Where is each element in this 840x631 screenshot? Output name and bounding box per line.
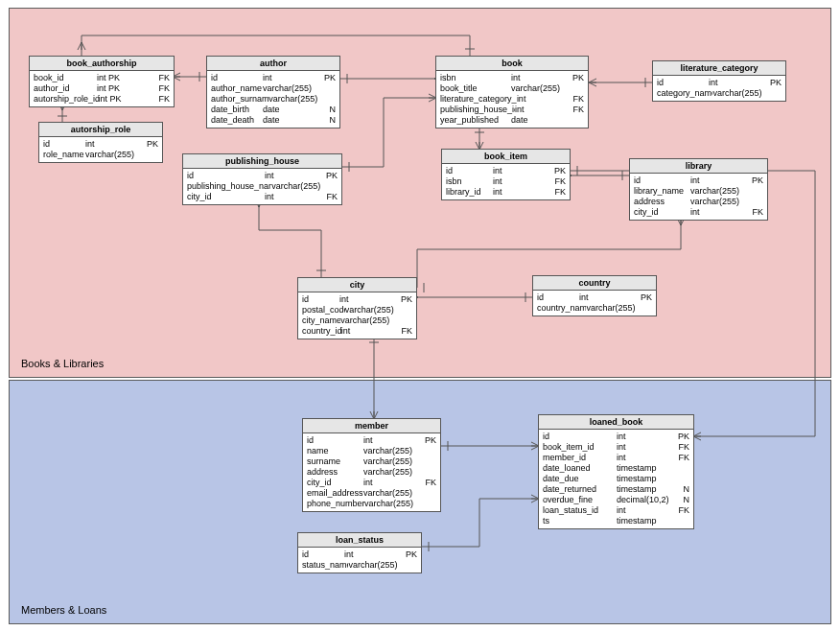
column-row: city_idintFK — [183, 192, 341, 202]
column-row: phone_numbervarchar(255) — [303, 499, 440, 509]
column-row: book_item_idintFK — [539, 442, 693, 453]
entity-title: autorship_role — [39, 123, 162, 137]
column-row: member_idintFK — [539, 453, 693, 463]
entity-title: library — [630, 159, 767, 174]
column-row: publishing_house_idintFK — [436, 105, 588, 115]
entity-title: book_authorship — [30, 57, 174, 71]
column-row: publishing_house_namevarchar(255) — [183, 181, 341, 192]
column-row: library_idintFK — [442, 187, 570, 198]
entity-title: book_item — [442, 150, 570, 164]
column-row: date_loanedtimestamp — [539, 463, 693, 474]
column-row: role_namevarchar(255) — [39, 150, 162, 160]
entity-body: isbnintPK book_titlevarchar(255) literat… — [436, 71, 588, 128]
column-row: namevarchar(255) — [303, 446, 440, 456]
entity-body: idintPK postal_codevarchar(255) city_nam… — [298, 292, 416, 339]
entity-literature-category[interactable]: literature_category idintPK category_nam… — [652, 60, 786, 102]
entity-member[interactable]: member idintPK namevarchar(255) surnamev… — [302, 418, 441, 512]
entity-title: city — [298, 278, 416, 292]
column-row: postal_codevarchar(255) — [298, 305, 416, 316]
column-row: isbnintFK — [442, 176, 570, 187]
entity-publishing-house[interactable]: publishing_house idintPK publishing_hous… — [182, 153, 342, 205]
entity-title: loaned_book — [539, 415, 693, 430]
column-row: date_birthdateN — [207, 105, 339, 115]
column-row: author_idint PKFK — [30, 83, 174, 94]
column-row: author_namevarchar(255) — [207, 83, 339, 94]
entity-book-item[interactable]: book_item idintPK isbnintFK library_idin… — [441, 149, 571, 200]
region-label: Books & Libraries — [21, 358, 104, 369]
entity-body: idintPK role_namevarchar(255) — [39, 137, 162, 162]
column-row: idintPK — [539, 432, 693, 442]
entity-body: idintPK author_namevarchar(255) author_s… — [207, 71, 339, 128]
column-row: date_deathdateN — [207, 115, 339, 126]
column-row: city_idintFK — [630, 207, 767, 218]
entity-body: idintPK isbnintFK library_idintFK — [442, 164, 570, 199]
column-row: idintPK — [183, 171, 341, 181]
column-row: idintPK — [653, 78, 785, 88]
erd-canvas: Books & Libraries Members & Loans — [0, 0, 840, 631]
column-row: year_publisheddate — [436, 115, 588, 126]
column-row: loan_status_idintFK — [539, 505, 693, 516]
column-row: overdue_finedecimal(10,2)N — [539, 495, 693, 505]
column-row: library_namevarchar(255) — [630, 186, 767, 197]
column-row: city_namevarchar(255) — [298, 316, 416, 326]
entity-loaned-book[interactable]: loaned_book idintPK book_item_idintFK me… — [538, 414, 694, 529]
entity-body: idintPK status_namevarchar(255) — [298, 548, 421, 573]
entity-title: loan_status — [298, 533, 421, 548]
column-row: idintPK — [442, 166, 570, 176]
entity-library[interactable]: library idintPK library_namevarchar(255)… — [629, 158, 768, 221]
entity-title: book — [436, 57, 588, 71]
entity-title: literature_category — [653, 61, 785, 76]
entity-book[interactable]: book isbnintPK book_titlevarchar(255) li… — [435, 56, 589, 129]
column-row: literature_category_idintFK — [436, 94, 588, 105]
region-label: Members & Loans — [21, 604, 106, 616]
column-row: book_idint PKFK — [30, 73, 174, 83]
entity-country[interactable]: country idintPK country_namevarchar(255) — [532, 275, 657, 316]
entity-author[interactable]: author idintPK author_namevarchar(255) a… — [206, 56, 340, 129]
column-row: autorship_role_idint PKFK — [30, 94, 174, 105]
entity-body: idintPK country_namevarchar(255) — [533, 291, 656, 316]
column-row: tstimestamp — [539, 516, 693, 526]
entity-body: idintPK category_namevarchar(255) — [653, 76, 785, 101]
column-row: addressvarchar(255) — [303, 467, 440, 478]
column-row: email_addressvarchar(255) — [303, 488, 440, 499]
entity-autorship-role[interactable]: autorship_role idintPK role_namevarchar(… — [38, 122, 163, 163]
entity-title: country — [533, 276, 656, 291]
entity-body: idintPK book_item_idintFK member_idintFK… — [539, 430, 693, 528]
entity-title: author — [207, 57, 339, 71]
entity-body: idintPK namevarchar(255) surnamevarchar(… — [303, 433, 440, 511]
entity-title: publishing_house — [183, 154, 341, 169]
column-row: date_duetimestamp — [539, 474, 693, 484]
column-row: status_namevarchar(255) — [298, 560, 421, 571]
column-row: surnamevarchar(255) — [303, 456, 440, 467]
entity-book-authorship[interactable]: book_authorship book_idint PKFK author_i… — [29, 56, 175, 107]
column-row: idintPK — [303, 435, 440, 446]
entity-body: idintPK library_namevarchar(255) address… — [630, 174, 767, 220]
column-row: author_surnamevarchar(255) — [207, 94, 339, 105]
entity-body: book_idint PKFK author_idint PKFK autors… — [30, 71, 174, 106]
column-row: date_returnedtimestampN — [539, 484, 693, 495]
column-row: country_idintFK — [298, 326, 416, 337]
column-row: category_namevarchar(255) — [653, 88, 785, 99]
column-row: book_titlevarchar(255) — [436, 83, 588, 94]
column-row: idintPK — [298, 549, 421, 560]
entity-title: member — [303, 419, 440, 433]
column-row: idintPK — [207, 73, 339, 83]
entity-loan-status[interactable]: loan_status idintPK status_namevarchar(2… — [297, 532, 422, 573]
column-row: idintPK — [298, 294, 416, 305]
column-row: city_idintFK — [303, 478, 440, 488]
column-row: idintPK — [533, 292, 656, 303]
entity-city[interactable]: city idintPK postal_codevarchar(255) cit… — [297, 277, 417, 339]
column-row: idintPK — [39, 139, 162, 150]
column-row: isbnintPK — [436, 73, 588, 83]
entity-body: idintPK publishing_house_namevarchar(255… — [183, 169, 341, 204]
column-row: idintPK — [630, 175, 767, 186]
column-row: country_namevarchar(255) — [533, 303, 656, 314]
column-row: addressvarchar(255) — [630, 197, 767, 207]
